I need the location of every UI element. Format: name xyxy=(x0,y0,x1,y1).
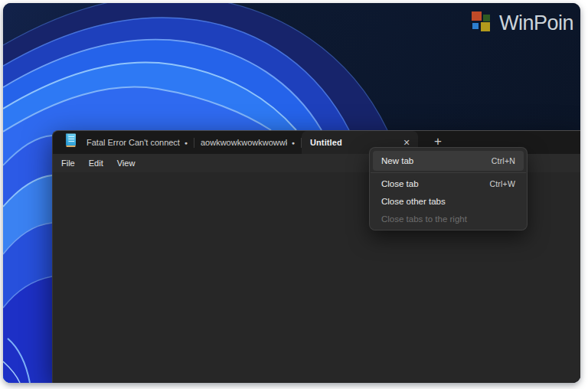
tab-label: aowkwowkwowkwowwkc xyxy=(201,138,287,147)
context-item-close-tab[interactable]: Close tab Ctrl+W xyxy=(373,175,524,192)
menu-view[interactable]: View xyxy=(112,156,141,170)
logo-green-square xyxy=(483,15,490,21)
context-item-close-tabs-right: Close tabs to the right xyxy=(373,210,524,227)
menu-edit[interactable]: Edit xyxy=(83,156,109,170)
context-menu-separator xyxy=(371,172,526,173)
context-item-close-other-tabs[interactable]: Close other tabs xyxy=(373,192,524,210)
screenshot-frame: WinPoin Fatal Error Can't connect ● xyxy=(3,3,580,383)
tab-label: Untitled xyxy=(310,138,342,147)
winpoin-watermark: WinPoin xyxy=(471,10,577,36)
context-item-shortcut: Ctrl+N xyxy=(492,156,515,165)
tab-fatal-error[interactable]: Fatal Error Can't connect ● xyxy=(80,131,194,154)
winpoin-logo-icon xyxy=(471,10,495,36)
tab-label: Fatal Error Can't connect xyxy=(87,138,180,147)
unsaved-dot-icon: ● xyxy=(287,140,295,145)
logo-blue-square xyxy=(472,23,479,29)
context-item-new-tab[interactable]: New tab Ctrl+N xyxy=(373,151,524,171)
logo-gold-square xyxy=(481,22,490,31)
tab-aowk[interactable]: aowkwowkwowkwowwkc ● xyxy=(194,131,301,154)
unsaved-dot-icon: ● xyxy=(180,140,188,145)
context-item-label: Close other tabs xyxy=(381,197,446,206)
context-item-label: New tab xyxy=(381,156,413,165)
context-item-label: Close tabs to the right xyxy=(381,214,467,224)
winpoin-logo-text: WinPoin xyxy=(499,11,573,35)
logo-red-square xyxy=(472,11,482,21)
tab-context-menu: New tab Ctrl+N Close tab Ctrl+W Close ot… xyxy=(369,147,528,230)
context-item-shortcut: Ctrl+W xyxy=(489,179,515,188)
context-item-label: Close tab xyxy=(381,179,419,188)
menu-file[interactable]: File xyxy=(56,156,80,170)
notepad-app-icon xyxy=(64,133,77,148)
